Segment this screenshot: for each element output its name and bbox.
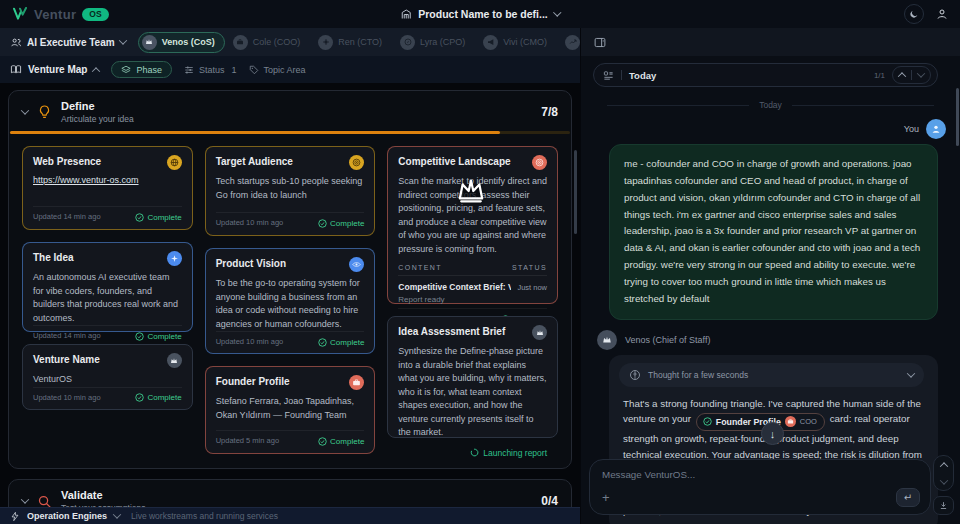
user-avatar xyxy=(926,119,946,139)
team-chip-cole[interactable]: Cole (COO) xyxy=(229,32,311,53)
filter-phase[interactable]: Phase xyxy=(111,61,172,78)
next-session-button[interactable] xyxy=(912,67,930,83)
briefcase-icon xyxy=(233,35,248,50)
card-idea-assessment-brief[interactable]: Idea Assessment Brief Synthesize the Def… xyxy=(387,316,558,438)
scroll-to-bottom-button[interactable]: ↓ xyxy=(761,422,784,445)
define-section: Define Articulate your idea 7/8 Web Pres… xyxy=(8,90,572,469)
filter-status[interactable]: Status 1 xyxy=(184,65,237,75)
chat-side-controls xyxy=(933,455,954,515)
lightning-icon xyxy=(10,511,20,522)
target-icon xyxy=(349,155,364,170)
team-chip-venos[interactable]: Venos (CoS) xyxy=(138,32,225,53)
product-selector[interactable]: Product Name to be defi... xyxy=(400,8,560,20)
moon-icon xyxy=(909,9,919,19)
briefcase-icon xyxy=(785,416,796,427)
card-target-audience[interactable]: Target Audience Tech startups sub-10 peo… xyxy=(205,146,376,236)
card-the-idea[interactable]: The Idea An autonomous AI executive team… xyxy=(22,242,193,332)
crown-icon xyxy=(167,353,182,368)
eye-icon xyxy=(349,257,364,272)
define-title: Define xyxy=(61,100,134,112)
user-message-bubble: me - cofounder and COO in charge of grow… xyxy=(609,144,938,320)
message-input[interactable] xyxy=(602,469,920,480)
check-circle-icon xyxy=(318,437,327,446)
status-badge: Complete xyxy=(135,393,181,402)
chat-scrollbar[interactable] xyxy=(956,88,959,146)
attach-button[interactable]: + xyxy=(602,493,610,503)
validate-section-header[interactable]: Validate Test your assumptions 0/4 xyxy=(9,480,571,507)
sliders-icon xyxy=(184,65,194,75)
card-product-vision[interactable]: Product Vision To be the go-to operating… xyxy=(205,248,376,354)
chat-panel: Today 1/1 Today You me - cofounder and C… xyxy=(580,28,960,524)
card-competitive-landscape[interactable]: Competitive Landscape Scan the market to… xyxy=(387,146,558,304)
updated-label: Updated 14 min ago xyxy=(33,331,101,341)
check-circle-icon xyxy=(135,213,144,222)
chevron-down-icon xyxy=(553,8,561,16)
layout-list-icon[interactable] xyxy=(603,70,614,81)
brand[interactable]: Ventur OS xyxy=(12,7,109,22)
panel-toggle-icon[interactable] xyxy=(593,36,607,49)
jump-to-latest-button[interactable] xyxy=(933,496,954,515)
team-chip-ren[interactable]: Ren (CTO) xyxy=(314,32,392,53)
check-circle-icon xyxy=(135,393,144,402)
define-progress-label: 7/8 xyxy=(541,105,558,119)
date-divider: Today xyxy=(607,100,934,110)
updated-label: Updated 14 min ago xyxy=(33,212,101,222)
target-icon xyxy=(532,155,547,170)
message-input-box[interactable]: + ↵ xyxy=(589,459,931,515)
user-account-button[interactable] xyxy=(936,8,948,20)
user-message-header: You xyxy=(581,119,946,139)
brand-name: Ventur xyxy=(34,7,76,22)
filter-topic-area[interactable]: Topic Area xyxy=(249,65,306,75)
lightbulb-icon xyxy=(37,104,52,120)
prev-session-button[interactable] xyxy=(893,67,911,83)
thought-toggle[interactable]: Thought for a few seconds xyxy=(619,363,924,387)
left-panel-scrollbar[interactable] xyxy=(574,150,577,234)
status-badge: Complete xyxy=(135,332,181,341)
trend-icon xyxy=(565,35,580,50)
updated-label: Updated 10 min ago xyxy=(33,393,101,403)
crown-icon xyxy=(602,335,612,345)
brain-icon xyxy=(629,369,641,381)
chat-session-nav: Today 1/1 xyxy=(593,63,938,87)
megaphone-icon xyxy=(483,35,498,50)
tag-icon xyxy=(249,65,259,75)
card-web-presence[interactable]: Web Presence https://www.ventur-os.com U… xyxy=(22,146,193,230)
status-badge: Complete xyxy=(318,338,364,347)
validate-progress-label: 0/4 xyxy=(541,494,558,507)
chevron-down-icon xyxy=(21,495,29,503)
session-label: Today xyxy=(629,70,656,81)
define-subtitle: Articulate your idea xyxy=(61,114,134,124)
card-founder-profile[interactable]: Founder Profile Stefano Ferrara, Joao Ta… xyxy=(205,366,376,454)
venture-map-title[interactable]: Venture Map xyxy=(10,64,99,75)
define-section-header[interactable]: Define Articulate your idea 7/8 xyxy=(9,91,571,131)
web-presence-link[interactable]: https://www.ventur-os.com xyxy=(33,175,182,185)
sparkle-icon xyxy=(167,251,182,266)
team-label[interactable]: AI Executive Team xyxy=(10,37,126,48)
content-status-header: CONTENT STATUS xyxy=(398,264,547,276)
updated-label: Updated 5 min ago xyxy=(216,436,279,446)
report-row[interactable]: Competitive Context Brief: VenturOS Repo… xyxy=(398,282,547,304)
status-badge: Complete xyxy=(318,437,364,446)
updated-label: Updated 10 min ago xyxy=(216,218,284,228)
check-circle-icon xyxy=(318,219,327,228)
building-icon xyxy=(400,8,412,20)
spinner-icon xyxy=(470,448,479,457)
operation-engines-bar[interactable]: Operation Engines Live workstreams and r… xyxy=(0,507,580,524)
chevron-up-icon xyxy=(92,67,100,75)
layers-icon xyxy=(121,65,131,75)
scroll-down-button[interactable] xyxy=(934,473,953,490)
top-bar: Ventur OS Product Name to be defi... xyxy=(0,0,960,28)
founder-profile-chip[interactable]: Founder Profile COO xyxy=(696,413,825,431)
product-name: Product Name to be defi... xyxy=(418,8,548,20)
chevron-down-icon xyxy=(113,510,121,518)
team-chip-vivi[interactable]: Vivi (CMO) xyxy=(479,32,557,53)
updated-label: Updated 10 min ago xyxy=(216,337,284,347)
status-badge: Complete xyxy=(318,219,364,228)
chevron-down-icon xyxy=(907,369,915,377)
scroll-up-button[interactable] xyxy=(934,456,953,473)
theme-toggle-button[interactable] xyxy=(904,4,924,24)
team-chip-lyra[interactable]: Lyra (CPO) xyxy=(396,32,475,53)
send-button[interactable]: ↵ xyxy=(896,488,920,507)
card-venture-name[interactable]: Venture Name VenturOS Updated 10 min ago… xyxy=(22,344,193,410)
cursor-crown xyxy=(456,178,486,205)
